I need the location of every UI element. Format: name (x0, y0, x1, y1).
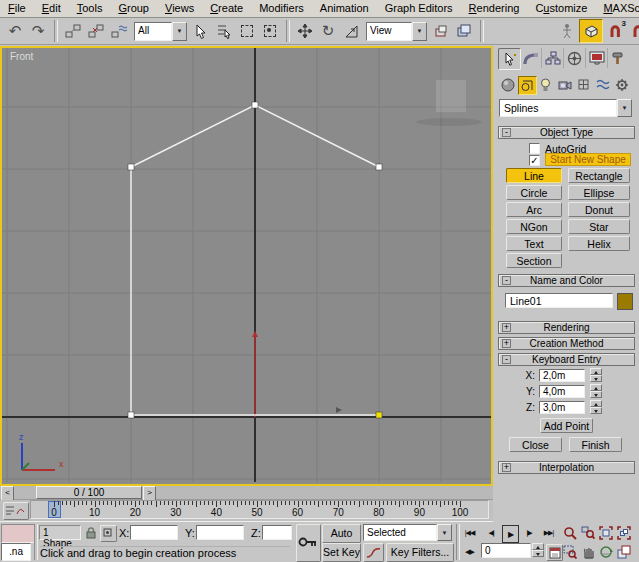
button-rectangle[interactable]: Rectangle (568, 168, 630, 183)
menu-views[interactable]: Views (157, 0, 202, 17)
rollout-keyboard-entry[interactable]: - Keyboard Entry (498, 353, 635, 366)
subtab-spacewarps[interactable] (594, 76, 611, 93)
frame-spinner[interactable] (532, 543, 544, 557)
start-new-shape-checkbox[interactable]: ✓ (529, 155, 540, 166)
rollout-interpolation[interactable]: + Interpolation (498, 461, 635, 474)
window-crossing-icon[interactable] (259, 20, 281, 42)
subtab-systems[interactable] (613, 76, 630, 93)
button-section[interactable]: Section (506, 253, 562, 268)
ke-x-field[interactable]: 2,0m (539, 369, 585, 382)
menu-tools[interactable]: Tools (69, 0, 111, 17)
current-frame-field[interactable]: 0 (481, 543, 531, 558)
z-coord-field[interactable] (262, 525, 292, 540)
subtab-helpers[interactable] (575, 76, 592, 93)
select-and-move-icon[interactable] (294, 20, 316, 42)
rollout-creation-method[interactable]: + Creation Method (498, 337, 635, 350)
menu-edit[interactable]: Edit (34, 0, 69, 17)
spline-category-dropdown[interactable]: Splines ▼ (499, 99, 632, 117)
rollout-name-and-color[interactable]: - Name and Color (498, 274, 635, 287)
button-donut[interactable]: Donut (568, 202, 630, 217)
selection-lock-icon[interactable] (85, 526, 97, 541)
dropdown-arrow-icon[interactable]: ▼ (172, 22, 187, 41)
maxscript-mini-listener-bottom[interactable]: .na (1, 543, 31, 561)
maxscript-mini-listener-top[interactable] (1, 524, 35, 543)
button-ngon[interactable]: NGon (506, 219, 562, 234)
previous-frame-button[interactable]: ◀| (483, 525, 499, 541)
tab-create[interactable] (498, 48, 521, 70)
zoom-all-icon[interactable] (580, 525, 596, 541)
time-slider-thumb[interactable]: 0 / 100 (36, 486, 142, 499)
go-to-end-button[interactable]: ▶▶| (540, 525, 557, 541)
select-and-link-icon[interactable] (62, 20, 84, 42)
menu-customize[interactable]: Customize (527, 0, 595, 17)
play-button[interactable]: ▶ (502, 525, 519, 543)
menu-graph-editors[interactable]: Graph Editors (377, 0, 461, 17)
rollout-state-icon[interactable]: + (502, 463, 511, 472)
zoom-extents-icon[interactable] (598, 525, 614, 541)
zoom-extents-all-icon[interactable] (616, 525, 632, 541)
default-in-out-tangents-icon[interactable] (363, 543, 384, 562)
select-object-icon[interactable] (190, 20, 212, 42)
button-text[interactable]: Text (506, 236, 562, 251)
x-coord-field[interactable] (130, 525, 178, 540)
tab-modify[interactable] (520, 48, 542, 68)
menu-create[interactable]: Create (202, 0, 251, 17)
rollout-rendering[interactable]: + Rendering (498, 321, 635, 334)
dropdown-arrow-icon[interactable]: ▼ (437, 524, 452, 541)
tab-display[interactable] (586, 48, 608, 68)
arc-rotate-icon[interactable] (598, 544, 614, 560)
zoom-icon[interactable] (562, 525, 578, 541)
select-by-name-icon[interactable] (213, 20, 235, 42)
object-name-field[interactable]: Line01 (505, 293, 613, 308)
unlink-selection-icon[interactable] (85, 20, 107, 42)
min-max-toggle-icon[interactable] (616, 544, 632, 560)
pan-icon[interactable] (580, 544, 596, 560)
rollout-state-icon[interactable]: - (502, 355, 511, 364)
menu-rendering[interactable]: Rendering (461, 0, 528, 17)
tab-utilities[interactable] (608, 48, 629, 68)
tab-motion[interactable] (564, 48, 586, 68)
key-filters-button[interactable]: Key Filters... (386, 543, 454, 562)
subtab-lights[interactable] (537, 76, 554, 93)
subtab-geometry[interactable] (499, 76, 516, 93)
rollout-state-icon[interactable]: - (502, 128, 511, 137)
subtab-cameras[interactable] (556, 76, 573, 93)
set-key-button[interactable]: Set Key (322, 543, 361, 562)
button-line[interactable]: Line (506, 168, 562, 183)
button-star[interactable]: Star (568, 219, 630, 234)
ke-z-spinner[interactable] (590, 400, 602, 414)
rollout-state-icon[interactable]: - (502, 276, 511, 285)
time-configuration-icon[interactable] (546, 544, 563, 561)
snap-3d-icon[interactable]: 3 (604, 20, 626, 42)
layer-manager-icon[interactable] (453, 20, 475, 42)
autogrid-checkbox[interactable] (529, 143, 540, 154)
reference-coordinate-dropdown[interactable]: View ▼ (366, 22, 427, 41)
ke-y-field[interactable]: 4,0m (539, 385, 585, 398)
rectangular-selection-region-icon[interactable] (236, 20, 258, 42)
object-color-swatch[interactable] (617, 293, 633, 310)
viewport-name-label[interactable]: Front (10, 51, 33, 62)
trackbar-ruler[interactable]: 0102030405060708090100 (30, 500, 489, 519)
tab-hierarchy[interactable] (542, 48, 564, 68)
selection-set-dropdown[interactable]: Selected ▼ (363, 524, 452, 541)
bind-to-spacewarp-icon[interactable] (108, 20, 130, 42)
absolute-offset-toggle-icon[interactable] (100, 525, 117, 542)
button-helix[interactable]: Helix (568, 236, 630, 251)
rollout-object-type[interactable]: - Object Type (498, 126, 635, 139)
finish-button[interactable]: Finish (569, 437, 622, 452)
ke-y-spinner[interactable] (590, 384, 602, 398)
mini-curve-editor-icon[interactable] (3, 502, 29, 520)
menu-modifiers[interactable]: Modifiers (251, 0, 312, 17)
snaps-toggle-icon[interactable] (579, 19, 603, 43)
front-viewport[interactable]: z x Front (0, 46, 493, 486)
auto-key-button[interactable]: Auto Key (322, 524, 361, 543)
button-circle[interactable]: Circle (506, 185, 562, 200)
select-and-scale-icon[interactable] (340, 20, 362, 42)
time-prev-arrow[interactable]: < (1, 486, 14, 501)
start-new-shape-button[interactable]: Start New Shape (545, 153, 631, 166)
button-ellipse[interactable]: Ellipse (568, 185, 630, 200)
rollout-state-icon[interactable]: + (502, 339, 511, 348)
time-next-arrow[interactable]: > (143, 486, 156, 501)
menu-animation[interactable]: Animation (312, 0, 377, 17)
y-coord-field[interactable] (196, 525, 244, 540)
